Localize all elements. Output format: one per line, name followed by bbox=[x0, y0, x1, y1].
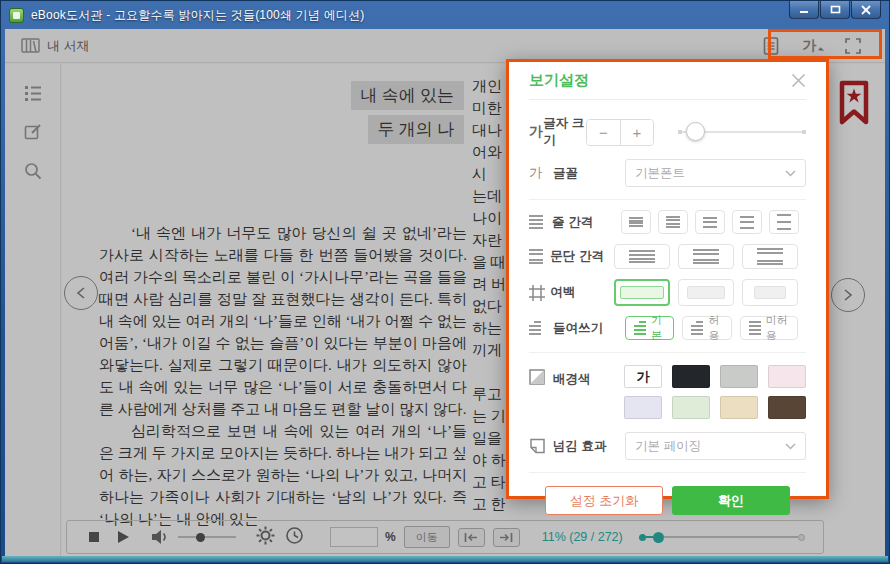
panel-title: 보기설정 bbox=[529, 71, 589, 90]
margin-label: 여백 bbox=[550, 284, 614, 301]
background-color-swatches: 가 bbox=[624, 365, 806, 419]
bg-color-swatch-pink[interactable] bbox=[768, 365, 806, 388]
page-effect-icon bbox=[529, 438, 553, 454]
font-family-value: 기본폰트 bbox=[635, 165, 685, 182]
font-size-decrease-button[interactable]: − bbox=[587, 120, 620, 145]
font-family-dropdown[interactable]: 기본폰트 bbox=[625, 159, 806, 187]
view-settings-panel: 보기설정 가 글자 크기 − + bbox=[506, 59, 829, 499]
font-family-label: 글꼴 bbox=[553, 165, 625, 182]
indent-option-default[interactable]: 기본 bbox=[625, 316, 674, 340]
font-size-icon: 가 bbox=[529, 123, 543, 141]
font-family-icon: 가 bbox=[529, 164, 553, 182]
chevron-down-icon bbox=[785, 443, 796, 450]
indent-allow-icon bbox=[691, 321, 703, 335]
margin-option-2[interactable] bbox=[678, 279, 734, 306]
page-effect-dropdown[interactable]: 기본 페이징 bbox=[625, 432, 806, 460]
font-size-increase-button[interactable]: + bbox=[620, 120, 653, 145]
line-spacing-option-3[interactable] bbox=[695, 210, 725, 234]
close-icon bbox=[861, 5, 871, 15]
maximize-icon bbox=[830, 5, 841, 14]
window-title: eBook도서관 - 고요할수록 밝아지는 것들(100쇄 기념 에디션) bbox=[31, 7, 364, 24]
font-size-slider-knob[interactable] bbox=[686, 122, 705, 141]
minimize-icon bbox=[799, 5, 809, 14]
reset-settings-button[interactable]: 설정 초기화 bbox=[545, 486, 663, 515]
titlebar: eBook도서관 - 고요할수록 밝아지는 것들(100쇄 기념 에디션) bbox=[1, 1, 889, 29]
panel-close-button[interactable] bbox=[791, 73, 806, 88]
indent-default-icon bbox=[634, 321, 646, 335]
paragraph-spacing-option-2[interactable] bbox=[678, 244, 734, 269]
line-spacing-option-5[interactable] bbox=[769, 210, 799, 234]
line-spacing-icon bbox=[529, 215, 552, 229]
divider bbox=[529, 199, 806, 200]
divider bbox=[529, 352, 806, 353]
chevron-down-icon bbox=[785, 170, 796, 177]
font-size-slider[interactable] bbox=[678, 122, 806, 142]
paragraph-spacing-option-3[interactable] bbox=[742, 244, 798, 269]
close-button[interactable] bbox=[851, 1, 881, 19]
background-color-icon bbox=[529, 369, 553, 385]
font-size-label: 글자 크기 bbox=[543, 115, 586, 149]
bg-color-swatch-beige[interactable] bbox=[720, 396, 758, 419]
paragraph-spacing-icon bbox=[529, 249, 550, 264]
page-effect-value: 기본 페이징 bbox=[635, 438, 701, 455]
bg-color-swatch-lavender[interactable] bbox=[624, 396, 662, 419]
paragraph-spacing-label: 문단 간격 bbox=[550, 248, 614, 265]
divider bbox=[529, 472, 806, 473]
bg-color-swatch-green[interactable] bbox=[672, 396, 710, 419]
indent-icon bbox=[529, 321, 553, 335]
margin-option-3[interactable] bbox=[742, 279, 798, 306]
line-spacing-option-4[interactable] bbox=[732, 210, 762, 234]
line-spacing-label: 줄 간격 bbox=[552, 214, 621, 231]
confirm-button[interactable]: 확인 bbox=[672, 486, 790, 515]
line-spacing-option-2[interactable] bbox=[658, 210, 688, 234]
bg-color-swatch-white[interactable]: 가 bbox=[624, 365, 662, 388]
bg-color-swatch-brown[interactable] bbox=[768, 396, 806, 419]
indent-disallow-icon bbox=[749, 321, 761, 335]
minimize-button[interactable] bbox=[789, 1, 819, 19]
page-effect-label: 넘김 효과 bbox=[553, 438, 625, 455]
paragraph-spacing-option-1[interactable] bbox=[614, 244, 670, 269]
font-size-stepper: − + bbox=[586, 119, 654, 146]
indent-option-allow[interactable]: 허용 bbox=[682, 316, 731, 340]
indent-label: 들여쓰기 bbox=[553, 320, 625, 337]
close-x-icon bbox=[791, 73, 806, 88]
app-icon bbox=[9, 8, 24, 23]
bg-color-swatch-gray[interactable] bbox=[720, 365, 758, 388]
app-window: eBook도서관 - 고요할수록 밝아지는 것들(100쇄 기념 에디션) bbox=[0, 0, 890, 564]
bg-color-swatch-black[interactable] bbox=[672, 365, 710, 388]
maximize-button[interactable] bbox=[820, 1, 850, 19]
line-spacing-option-1[interactable] bbox=[621, 210, 651, 234]
margin-icon bbox=[529, 285, 550, 301]
margin-option-1-selected[interactable] bbox=[614, 279, 670, 306]
background-color-label: 배경색 bbox=[553, 371, 624, 388]
indent-option-disallow[interactable]: 미허용 bbox=[740, 316, 798, 340]
